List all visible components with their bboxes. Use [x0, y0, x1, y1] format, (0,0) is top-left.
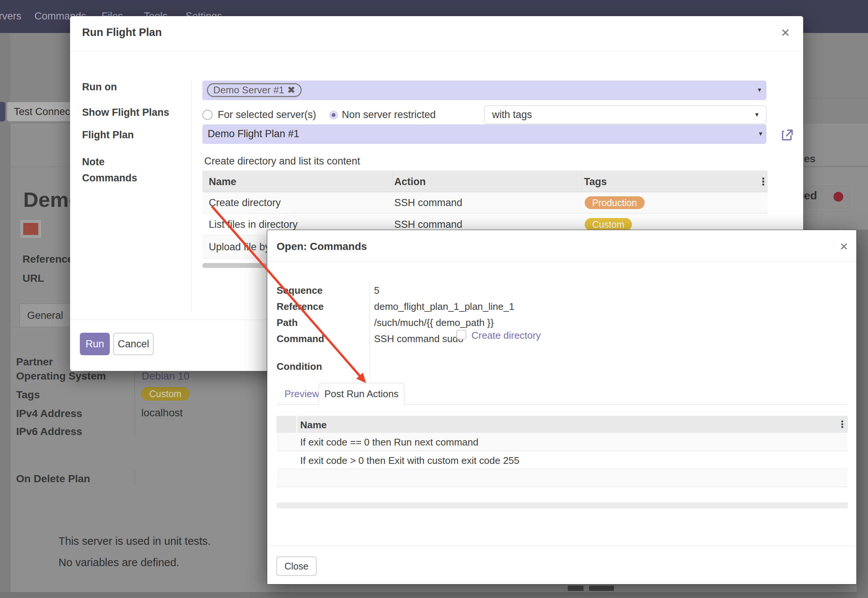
close-button[interactable]: Close [276, 556, 317, 576]
tab-general[interactable]: General [19, 303, 71, 327]
chevron-down-icon[interactable]: ▼ [754, 111, 760, 118]
dialog-footer-divider [267, 546, 856, 546]
tag-badge-custom: Custom [141, 387, 190, 401]
close-icon[interactable]: ✕ [840, 241, 848, 253]
run-button[interactable]: Run [80, 333, 110, 355]
value-path: /such/much/{{ demo_path }} [374, 317, 494, 329]
server-note-line2: No variables are defined. [58, 556, 179, 569]
open-commands-dialog: Open: Commands ✕ Sequence Reference Path… [267, 230, 857, 585]
column-separator [296, 416, 297, 433]
clipped-column-text: es [804, 153, 816, 165]
form-column-separator [135, 470, 135, 486]
tab-post-run-actions[interactable]: Post Run Actions [319, 383, 404, 405]
dialog-header-divider [267, 261, 856, 262]
column-header-action[interactable]: Action [394, 176, 426, 188]
empty-table-row [277, 469, 848, 487]
label-url: URL [22, 272, 44, 284]
flight-plan-select[interactable]: Demo Flight Plan #1 [202, 124, 766, 144]
external-link-icon[interactable] [780, 129, 794, 142]
page-right-margin [857, 230, 868, 598]
label-tags: Tags [16, 389, 40, 401]
clipped-bottom-text [568, 586, 584, 591]
radio-non-server-restricted-label[interactable]: Non server restricted [342, 109, 436, 121]
radio-for-selected-servers-label[interactable]: For selected server(s) [218, 109, 316, 121]
cancel-button[interactable]: Cancel [113, 333, 154, 355]
cell-action: SSH command [394, 219, 462, 230]
table-footer-band [277, 502, 848, 508]
cell-name: Upload file by [209, 241, 270, 253]
create-directory-checkbox[interactable] [456, 330, 466, 339]
selected-server-tag[interactable]: Demo Server #1✖ [207, 83, 302, 97]
label-show-flight-plans: Show Flight Plans [82, 107, 169, 118]
cell-name: If exit code > 0 then Exit with custom e… [300, 455, 519, 466]
table-row[interactable]: Create directory SSH command Production [202, 192, 768, 214]
column-separator [392, 170, 392, 192]
dialog-title: Open: Commands [277, 241, 367, 253]
column-header-name[interactable]: Name [209, 176, 236, 188]
value-command: SSH command sudo [374, 333, 463, 345]
horizontal-scrollbar[interactable] [202, 263, 267, 268]
cell-action: SSH command [394, 197, 462, 209]
remove-tag-icon[interactable]: ✖ [287, 84, 295, 96]
label-path: Path [277, 317, 298, 329]
column-separator [582, 170, 582, 192]
cell-name: List files in directory [209, 219, 298, 230]
close-icon[interactable]: ✕ [781, 27, 790, 39]
value-ipv4: localhost [141, 407, 183, 419]
server-note-line1: This server is used in unit tests. [58, 535, 211, 547]
label-ipv6: IPv6 Address [16, 426, 82, 438]
commands-table-header: Name Action Tags ⋮ [202, 170, 768, 192]
radio-non-server-restricted[interactable] [329, 111, 338, 120]
color-swatch[interactable] [21, 220, 41, 238]
label-command: Command [277, 333, 324, 345]
chevron-down-icon[interactable]: ▼ [758, 130, 763, 137]
form-column-separator [135, 371, 135, 437]
label-on-delete-plan: On Delete Plan [16, 473, 90, 485]
table-row[interactable]: If exit code == 0 then Run next command [277, 433, 848, 451]
table-row[interactable]: If exit code > 0 then Exit with custom e… [277, 451, 848, 469]
label-note: Note [82, 156, 105, 168]
selected-server-tag-label: Demo Server #1 [213, 84, 284, 96]
flight-plan-note: Create directory and list its content [204, 155, 360, 167]
value-sequence: 5 [374, 285, 379, 296]
value-operating-system[interactable]: Debian 10 [142, 370, 190, 382]
label-operating-system: Operating System [16, 370, 106, 382]
label-commands: Commands [82, 172, 137, 184]
label-condition: Condition [277, 361, 322, 372]
dialog-title: Run Flight Plan [82, 26, 162, 39]
label-ipv4: IPv4 Address [16, 408, 82, 420]
clipped-primary-button[interactable] [0, 102, 5, 121]
clipped-bottom-text [589, 586, 614, 591]
bg-row-divider [803, 98, 868, 99]
form-column-separator [192, 81, 192, 311]
tags-filter-select[interactable]: with tags [484, 105, 766, 124]
label-run-on: Run on [82, 81, 117, 93]
actions-table-header: Name ⋮ [277, 416, 848, 433]
label-sequence: Sequence [277, 285, 323, 296]
tags-filter-value: with tags [492, 109, 532, 121]
dialog-header-divider [70, 51, 803, 51]
label-partner: Partner [16, 356, 53, 368]
tag-badge-custom: Custom [585, 218, 632, 231]
radio-selected-dot [332, 113, 335, 117]
run-on-multiselect[interactable]: Demo Server #1✖ [202, 81, 766, 100]
flight-plan-value: Demo Flight Plan #1 [208, 128, 299, 140]
radio-for-selected-servers[interactable] [202, 110, 213, 120]
table-options-icon[interactable]: ⋮ [758, 176, 768, 188]
label-reference: Reference [22, 253, 73, 265]
form-column-separator [369, 283, 370, 380]
create-directory-link[interactable]: Create directory [471, 330, 541, 341]
tag-badge-production: Production [585, 196, 645, 209]
status-dot-icon [834, 192, 843, 202]
column-header-tags[interactable]: Tags [584, 176, 607, 188]
cell-name: Create directory [209, 197, 281, 209]
table-options-icon[interactable]: ⋮ [838, 419, 847, 430]
label-flight-plan: Flight Plan [82, 129, 134, 141]
value-reference: demo_flight_plan_1_plan_line_1 [374, 301, 514, 312]
nav-item-servers[interactable]: Servers [0, 10, 21, 22]
chevron-down-icon[interactable]: ▼ [757, 87, 762, 93]
page-bottom-margin [0, 592, 868, 598]
tab-preview[interactable]: Preview [284, 383, 319, 404]
column-header-name[interactable]: Name [300, 419, 327, 431]
cell-name: If exit code == 0 then Run next command [300, 437, 479, 448]
